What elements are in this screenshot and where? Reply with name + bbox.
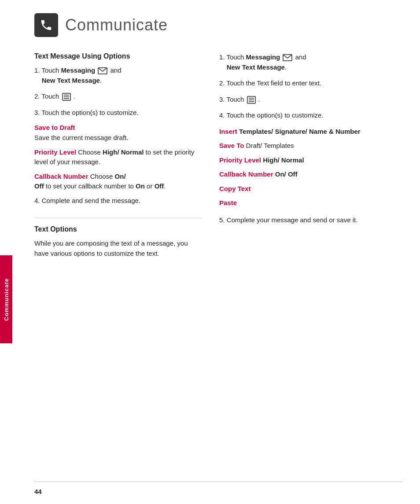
right-step1-prefix: 1. Touch: [219, 53, 246, 61]
right-callback-label: Callback Number: [219, 170, 273, 178]
left-step-1: 1. Touch Messaging and New Text Message.: [34, 66, 202, 85]
callback-bold2: On: [136, 182, 145, 190]
right-step1-end: .: [285, 63, 287, 71]
right-priority-label: Priority Level: [219, 156, 261, 164]
left-step1-prefix: 1. Touch: [34, 66, 61, 74]
left-step-2: 2. Touch .: [34, 92, 202, 102]
text-options-heading: Text Options: [34, 225, 202, 233]
left-step2-end: .: [74, 92, 75, 100]
paste-label: Paste: [219, 199, 237, 206]
phone-icon: [40, 18, 53, 32]
content-columns: Text Message Using Options 1. Touch Mess…: [34, 52, 402, 263]
callback-item: Callback Number Choose On/ Off to set yo…: [34, 172, 202, 191]
copy-text-label: Copy Text: [219, 185, 251, 192]
menu-icon-right: [247, 96, 256, 104]
priority-label: Priority Level: [34, 148, 76, 156]
right-step1-bold1: Messaging: [246, 53, 280, 61]
left-step1-end: .: [100, 77, 102, 84]
callback-desc3: to set your callback number to: [44, 182, 136, 190]
right-step-1: 1. Touch Messaging and New Text Message.: [219, 52, 402, 72]
right-column: 1. Touch Messaging and New Text Message.…: [219, 52, 402, 263]
main-content: Communicate Text Message Using Options 1…: [12, 0, 420, 504]
right-step3-prefix: 3. Touch: [219, 96, 246, 103]
envelope-icon: [98, 67, 107, 74]
callback-desc: Choose: [88, 173, 115, 180]
save-draft-heading: Save to Draft: [34, 124, 202, 131]
sidebar-tab-label: Communicate: [3, 278, 10, 321]
left-step3-text: 3. Touch the option(s) to customize.: [34, 109, 139, 116]
right-step5-text: 5. Complete your message and send or sav…: [219, 216, 357, 224]
right-step3-end: .: [258, 96, 260, 103]
saveto-label: Save To: [219, 142, 244, 149]
paste-item: Paste: [219, 198, 402, 208]
callback-label: Callback Number: [34, 173, 88, 180]
saveto-item: Save To Draft/ Templates: [219, 141, 402, 151]
right-step1-and: and: [295, 53, 306, 61]
section1-heading: Text Message Using Options: [34, 52, 202, 60]
priority-desc: Choose: [76, 148, 103, 156]
right-step-4: 4. Touch the option(s) to customize.: [219, 110, 402, 121]
right-callback-item: Callback Number On/ Off: [219, 169, 402, 180]
left-step1-bold2: New Text Message: [42, 77, 100, 84]
saveto-desc: Draft/ Templates: [244, 142, 294, 149]
text-options-desc: While you are composing the text of a me…: [34, 239, 202, 258]
left-step1-bold1: Messaging: [61, 66, 96, 74]
right-callback-desc: On/ Off: [273, 170, 298, 178]
text-options-section: Text Options While you are composing the…: [34, 225, 202, 258]
priority-bold: High/ Normal: [103, 148, 144, 156]
menu-icon: [62, 93, 71, 101]
page-title: Communicate: [65, 16, 168, 34]
right-priority-desc: High/ Normal: [261, 156, 304, 164]
right-step-3: 3. Touch .: [219, 95, 402, 105]
right-step-5: 5. Complete your message and send or sav…: [219, 215, 402, 225]
right-step4-text: 4. Touch the option(s) to customize.: [219, 111, 324, 119]
callback-desc2: Off: [34, 182, 44, 190]
insert-desc: Templates/ Signature/ Name & Number: [237, 128, 361, 135]
section-divider: [34, 218, 202, 218]
header-icon-box: [34, 13, 58, 37]
callback-desc4: or: [145, 182, 155, 190]
left-step-4: 4. Complete and send the message.: [34, 196, 202, 206]
copy-text-item: Copy Text: [219, 184, 402, 194]
save-draft-desc: Save the current message draft.: [34, 133, 202, 143]
left-step4-text: 4. Complete and send the message.: [34, 197, 140, 204]
priority-item: Priority Level Choose High/ Normal to se…: [34, 147, 202, 167]
callback-bold3: Off: [155, 182, 164, 190]
left-step-3: 3. Touch the option(s) to customize.: [34, 108, 202, 118]
sidebar-tab: Communicate: [0, 255, 12, 343]
page-header: Communicate: [34, 13, 402, 37]
left-step2-prefix: 2. Touch: [34, 92, 61, 100]
callback-end: .: [164, 182, 166, 190]
envelope-icon-right: [283, 54, 292, 61]
right-step-2: 2. Touch the Text field to enter text.: [219, 78, 402, 88]
right-step1-bold2: New Text Message: [227, 63, 285, 71]
callback-bold1: On/: [115, 173, 126, 180]
insert-item: Insert Templates/ Signature/ Name & Numb…: [219, 127, 402, 137]
right-priority-item: Priority Level High/ Normal: [219, 155, 402, 166]
left-column: Text Message Using Options 1. Touch Mess…: [34, 52, 202, 263]
bottom-divider: [34, 482, 402, 482]
insert-label: Insert: [219, 128, 237, 135]
left-step1-and: and: [110, 66, 121, 74]
page-number: 44: [34, 488, 42, 495]
right-step2-text: 2. Touch the Text field to enter text.: [219, 79, 321, 87]
